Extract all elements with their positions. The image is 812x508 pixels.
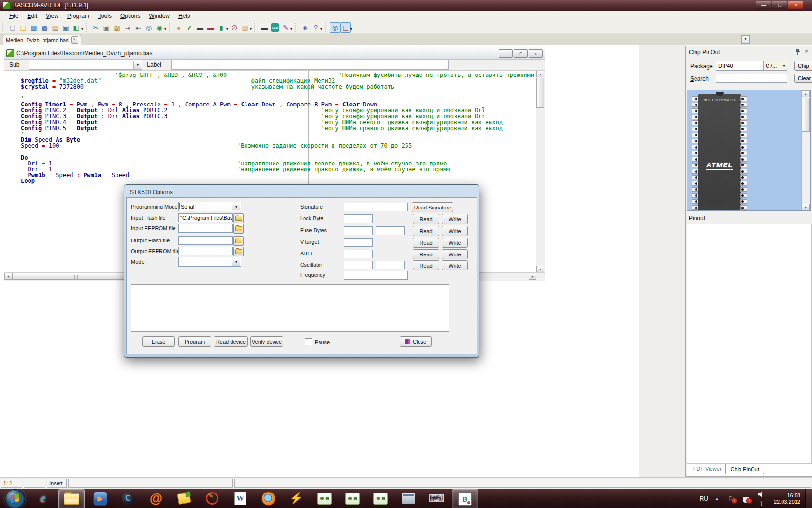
stop-button[interactable]: ∅ [229,22,240,33]
minimize-button[interactable]: — [756,1,771,9]
programming-mode-combo[interactable]: Serial▼ [178,202,241,211]
media-player-button[interactable]: ▶ [87,489,113,508]
dropdown-arrow-icon[interactable]: ▾ [164,27,166,31]
graphic-wizard-button[interactable]: ✎ [280,22,291,33]
horizontal-scroll-thumb[interactable] [12,273,141,280]
info-button[interactable]: ◈ [300,22,310,33]
aref-field[interactable] [344,250,373,258]
browse-folder-button[interactable] [233,236,244,246]
indent-button[interactable]: ⇥ [122,22,133,33]
tab-close-icon[interactable]: × [71,36,78,44]
menu-file[interactable]: File [5,12,23,20]
chip-button[interactable]: Chip [794,61,812,71]
read-device-button[interactable]: Read device [214,336,248,347]
internet-explorer-button[interactable]: e [30,489,56,508]
bascom-avr-taskbar-button[interactable]: B [452,489,478,508]
read-button-2[interactable]: Read [413,226,439,236]
panel-close-icon[interactable]: × [805,48,808,55]
scroll-right-icon[interactable]: ► [529,273,536,280]
syntax-check-button[interactable]: ✔ [184,22,195,33]
read-button-5[interactable]: Read [413,260,439,270]
new-file-button[interactable]: ▢ [7,22,18,33]
clock[interactable]: 16:58 22.03.2012 [774,493,800,505]
editor-vertical-scrollbar[interactable]: ▲ ▼ [536,71,545,272]
editor-restore-button[interactable]: □ [514,49,528,58]
lightning-app-button[interactable]: ⚡ [284,489,309,508]
program-chip-button[interactable]: ▬ [205,22,216,33]
write-button-3[interactable]: Write [442,238,468,248]
menu-options[interactable]: Options [116,12,145,20]
tab-pdf-viewer[interactable]: PDF Viewer [689,464,725,474]
pause-checkbox[interactable] [305,338,312,345]
program-button[interactable]: Program [178,336,211,347]
save-all-button[interactable]: ▩ [39,22,50,33]
menu-help[interactable]: Help [174,12,195,20]
dropdown-arrow-icon[interactable]: ▾ [81,27,83,31]
chip-image-view[interactable]: MCS Electronics ATMEL ▲ ▼ [687,90,811,211]
maximize-button[interactable]: □ [772,1,787,9]
tab-medlen-dvizh[interactable]: Medlen_Dvizh_ptjamo.bas × [3,35,81,45]
chevron-down-icon[interactable]: ▼ [232,258,240,266]
contacts-app-1-button[interactable]: ☻☻ [312,489,337,508]
pdf-viewer-button[interactable]: ▤ [340,22,351,33]
hardware-chip-button[interactable]: ▬ [259,22,270,33]
lock-byte-field[interactable] [344,214,373,223]
sub-combo[interactable]: ▼ [29,60,142,70]
chip-view-scrollbar[interactable]: ▲ ▼ [801,90,810,210]
package-path-combo[interactable]: C:\... ▼ [763,61,787,71]
paste-button[interactable]: ▨ [112,22,122,33]
help-button[interactable]: ? [310,22,321,33]
editor-minimize-button[interactable]: — [499,49,513,58]
browse-folder-button[interactable] [233,247,244,256]
find-button[interactable]: ◎ [144,22,154,33]
editor-close-button[interactable]: × [529,49,543,58]
contacts-app-3-button[interactable]: ☻☻ [368,489,393,508]
scroll-left-icon[interactable]: ◄ [4,273,12,280]
erase-button[interactable]: Erase [142,336,175,347]
blue-c-app-button[interactable]: C [116,489,141,508]
print-button[interactable]: ▥ [50,22,60,33]
compile-button[interactable]: ● [174,22,184,33]
firefox-button[interactable] [256,489,281,508]
chip-scroll-thumb[interactable] [802,98,810,132]
save-file-button[interactable]: ▦ [29,22,39,33]
dialog-output-area[interactable] [131,284,449,332]
unindent-button[interactable]: ⇤ [133,22,144,33]
write-button-5[interactable]: Write [442,260,468,270]
pin-icon[interactable] [795,49,800,55]
signature-field[interactable] [344,203,408,211]
chevron-down-icon[interactable]: ▼ [783,64,786,68]
simulator-button[interactable]: ▬ [195,22,205,33]
menu-tools[interactable]: Tools [94,12,116,20]
open-file-button[interactable]: ▤ [18,22,29,33]
vertical-scroll-thumb[interactable] [536,78,544,108]
window-app-button[interactable] [396,489,421,508]
contacts-app-2-button[interactable]: ☻☻ [340,489,365,508]
keyboard-app-button[interactable]: ⌨ [424,489,449,508]
find-next-button[interactable]: ◉ [154,22,165,33]
mail-cards-button[interactable] [172,489,197,508]
mode-combo[interactable]: ▼ [178,257,241,267]
read-button-4[interactable]: Read [413,249,439,259]
scroll-down-icon[interactable]: ▼ [802,204,810,210]
start-button[interactable] [5,489,25,508]
dropdown-arrow-icon[interactable]: ▾ [250,27,252,31]
tab-chip-pinout[interactable]: Chip PinOut [725,464,764,474]
action-center-flag-icon[interactable]: ⚐× [727,495,736,503]
chevron-down-icon[interactable]: ▼ [133,61,141,69]
chip-pinout-viewer-button[interactable]: ◎ [330,22,340,33]
mail-agent-button[interactable]: @ [144,489,169,508]
code-area[interactable]: '$prog &HFF , &HBD , &HC9 , &H00 'Новичк… [4,72,534,184]
cut-button[interactable]: ✂ [90,22,101,33]
fuse-bytes-field[interactable] [344,226,373,235]
lcd-designer-button[interactable]: LCD [270,22,280,33]
tab-list-button[interactable]: ▾ [741,35,750,44]
read-button-1[interactable]: Read [413,214,439,224]
print-preview-button[interactable]: ▣ [60,22,71,33]
copy-button[interactable]: ▣ [101,22,112,33]
menu-program[interactable]: Program [63,12,94,20]
input-eeprom-file-input[interactable] [178,224,233,233]
network-icon[interactable]: × [742,495,751,503]
write-button-2[interactable]: Write [442,226,468,236]
dropdown-arrow-icon[interactable]: ▾ [226,27,228,31]
